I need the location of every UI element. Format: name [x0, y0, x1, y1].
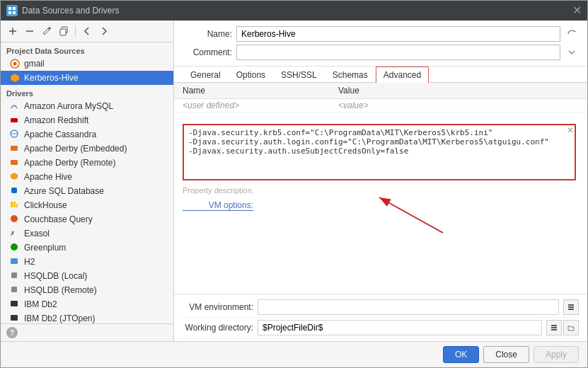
svg-rect-38: [551, 327, 557, 328]
working-directory-input[interactable]: [258, 320, 542, 335]
ibm-db2-jtopen-icon: [9, 313, 21, 323]
tab-ssh-ssl[interactable]: SSH/SSL: [273, 67, 325, 83]
driver-cassandra[interactable]: Apache Cassandra: [1, 127, 173, 142]
comment-input[interactable]: [236, 45, 560, 60]
tab-general[interactable]: General: [183, 67, 229, 83]
vm-environment-input[interactable]: [258, 299, 559, 315]
svg-rect-26: [11, 272, 17, 278]
left-toolbar: [1, 21, 173, 42]
driver-ibm-db2[interactable]: IBM Db2: [1, 297, 173, 311]
cassandra-icon: [9, 129, 21, 140]
driver-aurora-mysql[interactable]: Amazon Aurora MySQL: [1, 99, 173, 113]
svg-rect-37: [551, 325, 557, 326]
driver-clickhouse[interactable]: ClickHouse: [1, 198, 173, 212]
toolbar-separator: [75, 25, 76, 37]
window-icon: [6, 5, 18, 16]
vm-options-line3: -Djavax.security.auth.useSubjectCredsOnl…: [188, 146, 570, 156]
vm-env-list-button[interactable]: [563, 299, 579, 315]
driver-h2[interactable]: H2: [1, 255, 173, 269]
table-header: Name Value: [174, 83, 587, 99]
drivers-header: Drivers: [1, 85, 173, 99]
vm-options-clear-button[interactable]: ✕: [567, 126, 574, 134]
tab-schemas[interactable]: Schemas: [325, 67, 376, 83]
edit-button[interactable]: [39, 23, 54, 39]
svg-text:✗: ✗: [10, 230, 16, 237]
title-bar: Data Sources and Drivers ✕: [1, 1, 587, 21]
kerberos-hive-label: Kerberos-Hive: [24, 73, 79, 83]
svg-rect-12: [11, 118, 18, 122]
bottom-fields: VM environment: Working directory:: [174, 294, 587, 341]
window-title: Data Sources and Drivers: [22, 6, 568, 16]
driver-derby-remote[interactable]: Apache Derby (Remote): [1, 156, 173, 170]
driver-couchbase[interactable]: Couchbase Query: [1, 212, 173, 226]
vm-environment-row: VM environment:: [183, 297, 579, 318]
svg-rect-29: [11, 315, 18, 321]
comment-expand-button[interactable]: [565, 45, 579, 59]
greenplum-icon: [9, 242, 21, 253]
name-label: Name:: [183, 29, 232, 39]
project-item-gmail[interactable]: gmail: [1, 57, 173, 71]
tab-advanced[interactable]: Advanced: [376, 67, 429, 83]
svg-rect-28: [11, 301, 18, 306]
drivers-list: Amazon Aurora MySQL Amazon Redshift Apac…: [1, 99, 173, 323]
apache-hive-icon: [9, 171, 21, 183]
remove-button[interactable]: [22, 23, 38, 39]
driver-apache-hive[interactable]: Apache Hive: [1, 170, 173, 184]
svg-rect-20: [13, 202, 16, 207]
col-value-header: Value: [338, 86, 579, 96]
cell-user-defined: <user defined>: [183, 100, 338, 110]
driver-hsqldb-local[interactable]: HSQLDB (Local): [1, 269, 173, 283]
gmail-label: gmail: [24, 59, 45, 69]
driver-ibm-db2-jtopen[interactable]: IBM Db2 (JTOpen): [1, 311, 173, 323]
forward-button[interactable]: [96, 23, 112, 39]
h2-icon: [9, 256, 21, 268]
vm-options-line2: -Djava.security.auth.login.config="C:\Pr…: [188, 137, 570, 146]
aurora-mysql-icon: [9, 100, 21, 112]
svg-point-10: [13, 62, 17, 66]
svg-rect-34: [568, 304, 574, 306]
apply-button[interactable]: Apply: [534, 346, 579, 363]
vm-env-buttons: [563, 299, 579, 315]
clickhouse-icon: [9, 200, 21, 211]
svg-point-22: [11, 215, 18, 222]
name-input[interactable]: [236, 26, 560, 42]
back-button[interactable]: [79, 23, 95, 39]
svg-marker-17: [11, 173, 18, 180]
driver-greenplum[interactable]: Greenplum: [1, 241, 173, 255]
driver-azure-sql[interactable]: Azure SQL Database: [1, 184, 173, 198]
derby-remote-icon: [9, 157, 21, 168]
refresh-button[interactable]: [565, 27, 579, 41]
vm-options-label[interactable]: VM options:: [183, 200, 253, 211]
driver-derby-embedded[interactable]: Apache Derby (Embedded): [1, 142, 173, 156]
working-dir-buttons: [546, 320, 579, 335]
svg-rect-36: [568, 309, 574, 310]
svg-rect-39: [551, 329, 557, 330]
working-dir-folder-button[interactable]: [563, 320, 579, 335]
cell-value-placeholder: <value>: [338, 100, 579, 110]
project-ds-header: Project Data Sources: [1, 42, 173, 57]
table-row[interactable]: <user defined> <value>: [174, 99, 587, 113]
driver-redshift[interactable]: Amazon Redshift: [1, 113, 173, 127]
left-panel: Project Data Sources gmail Kerberos-Hive…: [1, 21, 174, 341]
exasol-icon: ✗: [9, 228, 21, 239]
svg-point-24: [11, 243, 18, 251]
tab-options[interactable]: Options: [229, 67, 273, 83]
ok-button[interactable]: OK: [443, 346, 479, 363]
col-name-header: Name: [183, 86, 338, 96]
comment-row: Comment:: [183, 45, 579, 60]
copy-button[interactable]: [56, 23, 71, 39]
driver-exasol[interactable]: ✗ Exasol: [1, 226, 173, 241]
footer: OK Close Apply: [1, 341, 587, 367]
name-row: Name:: [183, 26, 579, 42]
working-dir-list-button[interactable]: [546, 320, 562, 335]
close-dialog-button[interactable]: Close: [483, 346, 529, 363]
driver-hsqldb-remote[interactable]: HSQLDB (Remote): [1, 283, 173, 297]
close-button[interactable]: ✕: [572, 5, 582, 16]
hsqldb-remote-icon: [9, 284, 21, 296]
add-button[interactable]: [5, 23, 21, 39]
vm-environment-label: VM environment:: [183, 302, 253, 312]
svg-rect-18: [11, 188, 17, 193]
svg-marker-11: [11, 74, 19, 82]
project-item-kerberos-hive[interactable]: Kerberos-Hive: [1, 71, 173, 85]
help-button[interactable]: ?: [6, 327, 18, 338]
